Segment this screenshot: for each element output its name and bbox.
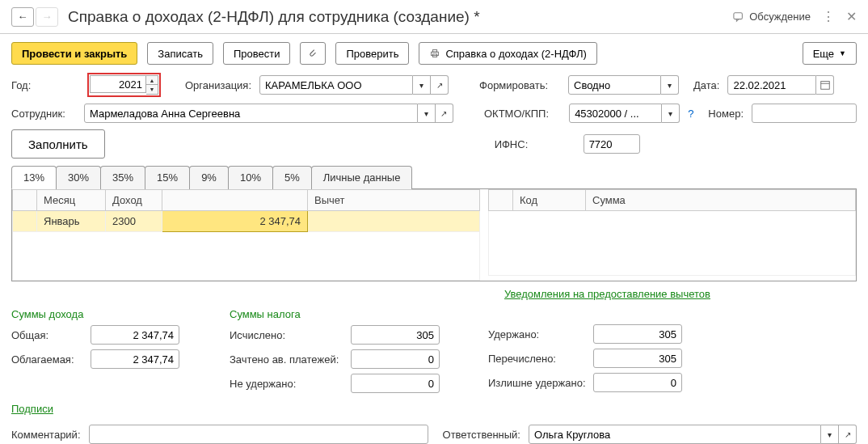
org-open-icon[interactable]: ↗ bbox=[431, 75, 449, 95]
employee-open-icon[interactable]: ↗ bbox=[436, 104, 453, 123]
printer-icon bbox=[429, 48, 440, 59]
col-blank bbox=[13, 190, 37, 211]
tab-5[interactable]: 5% bbox=[272, 166, 312, 189]
advance-label: Зачтено ав. платежей: bbox=[230, 353, 351, 366]
oktmo-dropdown-icon[interactable]: ▾ bbox=[662, 104, 680, 123]
year-input[interactable] bbox=[90, 75, 146, 93]
col-sum: Сумма bbox=[586, 190, 856, 211]
comment-label: Комментарий: bbox=[11, 429, 81, 441]
notret-input[interactable] bbox=[351, 374, 440, 393]
oktmo-input[interactable] bbox=[569, 104, 662, 123]
taxable-input[interactable] bbox=[91, 349, 179, 369]
year-label: Год: bbox=[11, 79, 79, 91]
svg-rect-2 bbox=[433, 50, 437, 53]
svg-rect-4 bbox=[821, 82, 830, 90]
held-label: Удержано: bbox=[488, 328, 593, 340]
close-icon[interactable]: ✕ bbox=[846, 9, 857, 24]
trans-label: Перечислено: bbox=[488, 353, 593, 365]
employee-input[interactable] bbox=[84, 104, 418, 123]
employee-label: Сотрудник: bbox=[11, 108, 76, 120]
tab-9[interactable]: 9% bbox=[189, 166, 229, 189]
tab-35[interactable]: 35% bbox=[100, 166, 145, 189]
save-button[interactable]: Записать bbox=[147, 42, 213, 65]
report-label: Справка о доходах (2-НДФЛ) bbox=[445, 48, 586, 60]
held-input[interactable] bbox=[593, 324, 682, 344]
paperclip-icon bbox=[307, 48, 318, 59]
employee-dropdown-icon[interactable]: ▾ bbox=[418, 104, 436, 123]
trans-input[interactable] bbox=[593, 349, 682, 368]
org-dropdown-icon[interactable]: ▾ bbox=[413, 75, 431, 95]
comment-input[interactable] bbox=[89, 425, 428, 444]
responsible-label: Ответственный: bbox=[443, 429, 520, 441]
total-input[interactable] bbox=[91, 325, 179, 345]
date-input[interactable] bbox=[727, 75, 816, 95]
date-label: Дата: bbox=[693, 79, 719, 91]
over-input[interactable] bbox=[593, 373, 682, 392]
form-mode-label: Формировать: bbox=[479, 79, 560, 91]
form-mode-input[interactable] bbox=[568, 75, 661, 95]
signatures-link[interactable]: Подписи bbox=[11, 403, 53, 415]
income-sum-head: Суммы дохода bbox=[11, 308, 197, 320]
cell-month: Январь bbox=[37, 211, 106, 232]
chevron-down-icon: ▼ bbox=[839, 49, 846, 57]
check-button[interactable]: Проверить bbox=[335, 42, 409, 65]
oktmo-label: ОКТМО/КПП: bbox=[484, 108, 561, 120]
calc-input[interactable] bbox=[351, 325, 440, 345]
fill-button[interactable]: Заполнить bbox=[11, 129, 105, 159]
taxable-label: Облагаемая: bbox=[11, 353, 91, 366]
org-label: Организация: bbox=[185, 79, 251, 91]
tab-10[interactable]: 10% bbox=[228, 166, 273, 189]
over-label: Излишне удержано: bbox=[488, 377, 593, 389]
ifns-label: ИФНС: bbox=[495, 138, 575, 150]
chat-icon bbox=[733, 11, 744, 23]
year-up-icon[interactable]: ▲ bbox=[146, 76, 158, 85]
deduct-table[interactable]: Код Сумма bbox=[488, 189, 856, 276]
notifications-link[interactable]: Уведомления на предоставление вычетов bbox=[504, 288, 710, 300]
income-table[interactable]: Месяц Доход Вычет Январь 2300 2 347,74 bbox=[12, 189, 480, 281]
page-title: Справка о доходах (2-НДФЛ) для сотрудник… bbox=[68, 8, 733, 26]
responsible-input[interactable] bbox=[529, 425, 821, 444]
discuss-button[interactable]: Обсуждение bbox=[733, 11, 811, 23]
table-row[interactable]: Январь 2300 2 347,74 bbox=[13, 211, 480, 232]
col-month: Месяц bbox=[37, 190, 106, 211]
tax-sum-head: Суммы налога bbox=[230, 308, 456, 320]
nav-forward-button[interactable]: → bbox=[36, 7, 58, 27]
help-icon[interactable]: ? bbox=[688, 108, 693, 120]
report-button[interactable]: Справка о доходах (2-НДФЛ) bbox=[419, 42, 596, 65]
attach-button[interactable] bbox=[300, 42, 326, 65]
number-input[interactable] bbox=[752, 104, 857, 123]
org-input[interactable] bbox=[259, 75, 413, 95]
cell-code: 2300 bbox=[106, 211, 162, 232]
nav-back-button[interactable]: ← bbox=[11, 7, 34, 27]
col-income-amt bbox=[162, 190, 308, 211]
more-button[interactable]: Еще ▼ bbox=[803, 42, 857, 65]
col-deduct: Вычет bbox=[308, 190, 480, 211]
more-label: Еще bbox=[813, 48, 834, 60]
responsible-dropdown-icon[interactable]: ▾ bbox=[821, 425, 839, 444]
ifns-input[interactable] bbox=[584, 134, 640, 154]
total-label: Общая: bbox=[11, 329, 91, 341]
tab-13[interactable]: 13% bbox=[11, 166, 57, 189]
col-income-code: Доход bbox=[106, 190, 162, 211]
cell-amount[interactable]: 2 347,74 bbox=[162, 211, 308, 232]
tab-15[interactable]: 15% bbox=[145, 166, 190, 189]
notret-label: Не удержано: bbox=[230, 378, 351, 390]
col-code: Код bbox=[513, 190, 586, 211]
calc-label: Исчислено: bbox=[230, 329, 351, 341]
svg-rect-0 bbox=[734, 12, 743, 19]
post-button[interactable]: Провести bbox=[223, 42, 291, 65]
menu-dots-icon[interactable]: ⋮ bbox=[822, 9, 835, 24]
year-down-icon[interactable]: ▼ bbox=[146, 85, 158, 94]
form-mode-dropdown-icon[interactable]: ▾ bbox=[661, 75, 679, 95]
cell-deduct bbox=[308, 211, 480, 232]
tab-30[interactable]: 30% bbox=[56, 166, 101, 189]
number-label: Номер: bbox=[708, 108, 744, 120]
calendar-icon[interactable] bbox=[816, 75, 834, 95]
tab-personal[interactable]: Личные данные bbox=[311, 166, 413, 189]
discuss-label: Обсуждение bbox=[749, 11, 811, 23]
responsible-open-icon[interactable]: ↗ bbox=[839, 425, 857, 444]
col-blank2 bbox=[489, 190, 513, 211]
tabs: 13% 30% 35% 15% 9% 10% 5% Личные данные bbox=[11, 165, 857, 189]
advance-input[interactable] bbox=[351, 349, 440, 369]
post-close-button[interactable]: Провести и закрыть bbox=[11, 42, 137, 65]
